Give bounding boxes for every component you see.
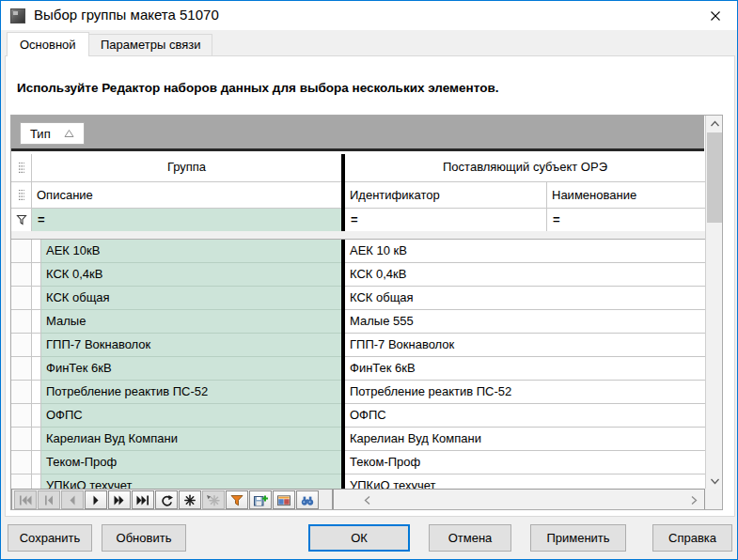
cell-identifier[interactable]: Малые 555 — [345, 310, 546, 334]
horizontal-scrollbar[interactable] — [333, 489, 705, 510]
band-header-row: Группа Поставляющий субъект ОРЭ — [11, 154, 705, 181]
scroll-left-arrow[interactable] — [360, 492, 375, 507]
cell-identifier[interactable]: Теком-Проф — [345, 451, 546, 474]
band-header-supplier[interactable]: Поставляющий субъект ОРЭ — [345, 154, 705, 181]
row-indent-cell — [32, 310, 41, 334]
nav-new-record-icon — [182, 494, 197, 506]
table-row[interactable]: Потребление реактив ПС-52 Потребление ре… — [11, 381, 705, 404]
table-row[interactable]: Малые Малые 555 — [11, 310, 705, 334]
filter-funnel-icon — [229, 494, 244, 506]
cell-identifier[interactable]: Потребление реактив ПС-52 — [345, 381, 546, 404]
cell-identifier[interactable]: КСК общая — [345, 287, 546, 310]
scrollbar-corner — [705, 489, 723, 510]
cell-name[interactable] — [546, 240, 705, 263]
tab-main[interactable]: Основной — [7, 32, 89, 56]
cell-description[interactable]: КСК 0,4кВ — [41, 263, 341, 287]
nav-refresh-button[interactable] — [155, 490, 178, 509]
cell-description[interactable]: УПКиО техучет — [41, 474, 341, 489]
cell-description[interactable]: Малые — [41, 310, 341, 334]
cell-name[interactable] — [546, 381, 705, 404]
cell-description[interactable]: ФинТек 6кВ — [41, 357, 341, 381]
nav-edit-record-button[interactable] — [202, 490, 225, 509]
nav-prior-page-button[interactable] — [38, 490, 60, 509]
ok-button[interactable]: ОК — [308, 524, 410, 552]
cell-identifier[interactable]: ГПП-7 Вокнаволок — [345, 334, 546, 357]
column-header-name[interactable]: Наименование — [546, 182, 705, 208]
cell-description[interactable]: Карелиан Вуд Компани — [41, 428, 341, 451]
filter-cell-description[interactable]: = — [32, 209, 341, 231]
group-by-chip-type[interactable]: Тип — [20, 122, 85, 145]
cell-description[interactable]: ГПП-7 Вокнаволок — [41, 334, 341, 357]
refresh-button[interactable]: Обновить — [102, 524, 186, 552]
cell-identifier[interactable]: КСК 0,4кВ — [345, 263, 546, 287]
table-row[interactable]: КСК 0,4кВ КСК 0,4кВ — [11, 263, 705, 287]
cell-identifier[interactable]: УПКиО техучет — [345, 474, 546, 489]
cell-name[interactable] — [546, 263, 705, 287]
table-row[interactable]: ОФПС ОФПС — [11, 404, 705, 428]
cell-description[interactable]: Потребление реактив ПС-52 — [41, 381, 341, 404]
cell-name[interactable] — [546, 287, 705, 310]
sort-ascending-icon[interactable] — [64, 129, 74, 138]
search-button[interactable] — [296, 490, 319, 509]
cell-name[interactable] — [546, 334, 705, 357]
nav-first-button[interactable] — [14, 490, 37, 509]
cell-identifier[interactable]: ФинТек 6кВ — [345, 357, 546, 381]
tab-page: Используйте Редактор наборов данных для … — [5, 55, 735, 517]
nav-last-button[interactable] — [132, 490, 154, 509]
scroll-up-arrow[interactable] — [706, 116, 723, 132]
scroll-right-arrow[interactable] — [686, 492, 701, 507]
cell-identifier[interactable]: Карелиан Вуд Компани — [345, 428, 546, 451]
cell-name[interactable] — [546, 451, 705, 474]
dotted-list-icon — [17, 162, 26, 174]
filter-cell-identifier[interactable]: = — [345, 209, 546, 231]
band-header-group[interactable]: Группа — [32, 154, 341, 181]
nav-next-button[interactable] — [85, 490, 107, 509]
help-button[interactable]: Справка — [652, 524, 732, 552]
row-indent-cell — [32, 334, 41, 357]
nav-prior-button[interactable] — [61, 490, 84, 509]
cell-name[interactable] — [546, 310, 705, 334]
dialog-window: Выбор группы макета 51070 Основной Парам… — [0, 0, 738, 560]
cell-name[interactable] — [546, 404, 705, 428]
cell-name[interactable] — [546, 474, 705, 489]
group-by-panel[interactable]: Тип — [11, 116, 704, 151]
table-row[interactable]: Теком-Проф Теком-Проф — [11, 451, 705, 474]
cell-name[interactable] — [546, 428, 705, 451]
layout-button[interactable] — [273, 490, 295, 509]
row-indent-cell — [32, 240, 41, 263]
apply-button[interactable]: Применить — [530, 524, 626, 552]
cell-description[interactable]: ОФПС — [41, 404, 341, 428]
scroll-down-arrow[interactable] — [706, 473, 723, 489]
row-indicator-cell — [11, 240, 32, 263]
cell-description[interactable]: АЕК 10кВ — [41, 240, 341, 263]
record-navigator — [11, 489, 333, 510]
table-row[interactable]: ФинТек 6кВ ФинТек 6кВ — [11, 357, 705, 381]
cell-identifier[interactable]: ОФПС — [345, 404, 546, 428]
close-button[interactable] — [694, 2, 736, 29]
save-dataset-button[interactable] — [249, 490, 272, 509]
cancel-button[interactable]: Отмена — [429, 524, 511, 552]
cell-description[interactable]: Теком-Проф — [41, 451, 341, 474]
scroll-thumb[interactable] — [707, 132, 722, 223]
cell-name[interactable] — [546, 357, 705, 381]
cell-identifier[interactable]: АЕК 10 кВ — [345, 240, 546, 263]
filter-row-indicator-cell — [11, 209, 32, 231]
nav-new-record-button[interactable] — [179, 490, 201, 509]
save-button[interactable]: Сохранить — [8, 524, 92, 552]
filter-button[interactable] — [226, 490, 248, 509]
cell-description[interactable]: КСК общая — [41, 287, 341, 310]
vertical-scrollbar[interactable] — [705, 116, 723, 489]
row-indent-cell — [32, 428, 41, 451]
table-row[interactable]: ГПП-7 Вокнаволок ГПП-7 Вокнаволок — [11, 334, 705, 357]
table-row[interactable]: КСК общая КСК общая — [11, 287, 705, 310]
dotted-list-icon — [17, 189, 26, 201]
table-row[interactable]: УПКиО техучет УПКиО техучет — [11, 474, 705, 489]
table-row[interactable]: Карелиан Вуд Компани Карелиан Вуд Компан… — [11, 428, 705, 451]
tab-connection-params[interactable]: Параметры связи — [88, 34, 212, 56]
column-header-identifier[interactable]: Идентификатор — [345, 182, 546, 208]
filter-cell-name[interactable]: = — [546, 209, 705, 231]
column-header-description[interactable]: Описание — [32, 182, 341, 208]
table-row[interactable]: АЕК 10кВ АЕК 10 кВ — [11, 240, 705, 263]
row-indent-cell — [32, 474, 41, 489]
nav-next-page-button[interactable] — [108, 490, 131, 509]
